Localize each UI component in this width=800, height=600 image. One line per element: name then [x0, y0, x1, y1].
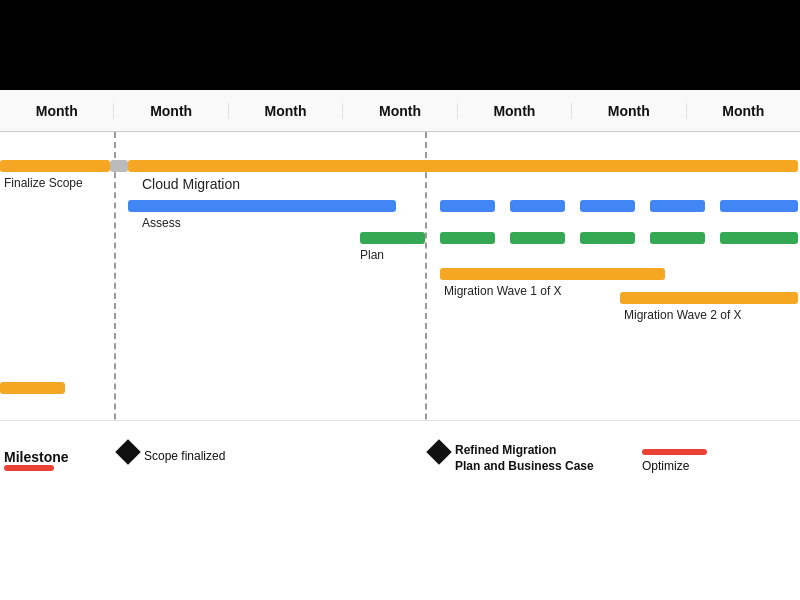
bar-wave1 — [440, 268, 665, 280]
bar-yellow-bottom — [0, 382, 65, 394]
bar-green-3 — [510, 232, 565, 244]
diamond-scope — [115, 439, 140, 464]
milestone-text-plan-case: Plan and Business Case — [455, 459, 594, 473]
bar-milestone-red-left — [4, 465, 54, 471]
milestone-text-scope: Scope finalized — [144, 449, 225, 463]
milestone-row: Milestone Scope finalized Refined Migrat… — [0, 420, 800, 500]
milestone-text-refined: Refined Migration — [455, 443, 556, 457]
bar-blue-1 — [128, 200, 396, 212]
milestone-text-optimize: Optimize — [642, 459, 689, 473]
bar-optimize-red — [642, 449, 707, 455]
month-cell-3: Month — [229, 103, 343, 119]
month-cell-1: Month — [0, 103, 114, 119]
label-plan: Plan — [360, 248, 384, 262]
month-cell-5: Month — [458, 103, 572, 119]
bar-blue-2 — [440, 200, 495, 212]
month-header: Month Month Month Month Month Month Mont… — [0, 90, 800, 132]
top-bar — [0, 0, 800, 90]
label-finalize-scope: Finalize Scope — [4, 176, 83, 190]
gantt-area: Finalize Scope Cloud Migration Assess Pl… — [0, 132, 800, 500]
bar-green-4 — [580, 232, 635, 244]
label-cloud-migration: Cloud Migration — [142, 176, 240, 192]
bar-wave2 — [620, 292, 798, 304]
bar-green-1 — [360, 232, 425, 244]
month-cell-4: Month — [343, 103, 457, 119]
bar-finalize-scope — [0, 160, 110, 172]
month-cell-6: Month — [572, 103, 686, 119]
bar-blue-4 — [580, 200, 635, 212]
bar-blue-3 — [510, 200, 565, 212]
bar-green-6 — [720, 232, 798, 244]
bar-green-2 — [440, 232, 495, 244]
milestone-label: Milestone — [4, 449, 69, 465]
month-cell-7: Month — [687, 103, 800, 119]
bar-blue-6 — [720, 200, 798, 212]
label-assess: Assess — [142, 216, 181, 230]
bar-blue-5 — [650, 200, 705, 212]
bar-gray-connector — [110, 160, 128, 172]
bar-green-5 — [650, 232, 705, 244]
month-cell-2: Month — [114, 103, 228, 119]
label-wave1: Migration Wave 1 of X — [444, 284, 562, 298]
diamond-refined — [426, 439, 451, 464]
bar-cloud-migration — [128, 160, 798, 172]
label-wave2: Migration Wave 2 of X — [624, 308, 742, 322]
